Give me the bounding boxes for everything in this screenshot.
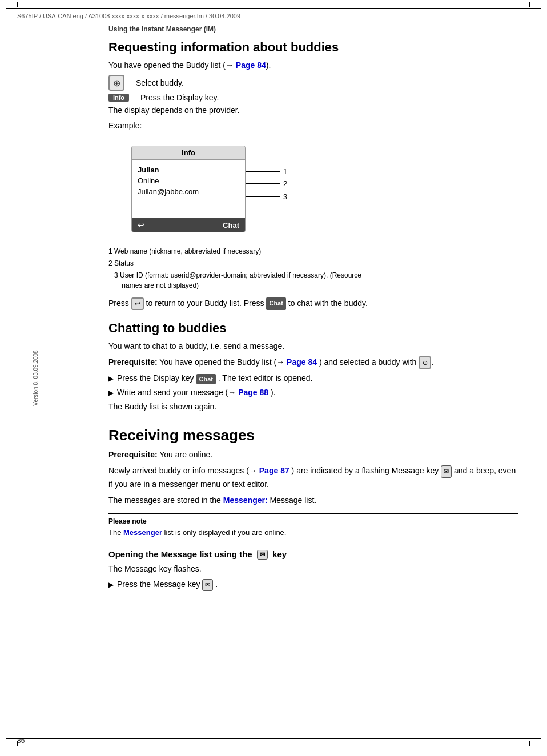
footnote-3: 3 User ID (format: userid@provider-domai… — [108, 270, 518, 291]
prereq-label: Prerequisite: — [108, 357, 158, 367]
label-2-row: 2 — [246, 179, 287, 188]
bullet1-text: Press the Display key Chat . The text ed… — [117, 372, 312, 384]
label-3: 3 — [283, 192, 287, 201]
prereq-label-3: Prerequisite: — [108, 450, 158, 459]
section2-heading: Chatting to buddies — [108, 321, 518, 336]
step2-text: Select buddy. — [136, 78, 184, 87]
footnotes: 1 Web name (nickname, abbreviated if nec… — [108, 246, 518, 291]
bottom-tick-left — [17, 741, 18, 746]
section1-intro: You have opened the Buddy list (→ Page 8… — [108, 59, 518, 71]
section3-para2: The messages are stored in the Messenger… — [108, 494, 518, 506]
section3-heading: Receiving messages — [108, 427, 518, 444]
info-key-badge: Info — [108, 94, 129, 102]
info-box-footer: ↩ Chat — [132, 218, 245, 232]
footnote-1: 1 Web name (nickname, abbreviated if nec… — [108, 246, 518, 256]
diagram-number-labels: 1 2 3 — [246, 139, 287, 206]
label-3-row: 3 — [246, 192, 287, 201]
section2-intro: You want to chat to a buddy, i.e. send a… — [108, 340, 518, 352]
version-text: Version 8, 03.09.2008 — [33, 350, 39, 405]
bullet2-text: Write and send your message (→ Page 88 )… — [117, 387, 276, 399]
bullet-arrow-3: ▶ — [108, 580, 114, 590]
page84-link2[interactable]: Page 84 — [287, 357, 317, 367]
info-box-row-2: Online — [138, 176, 239, 185]
messenger-label: Messenger: — [223, 496, 268, 505]
msg-key-icon-bullet: ✉ — [202, 579, 213, 591]
section-label: Using the Instant Messenger (IM) — [108, 25, 518, 33]
label-2: 2 — [283, 179, 287, 188]
info-diagram: Info Julian Online Julian@jabbe.com ↩ Ch… — [120, 139, 518, 239]
nav-icon-prereq: ⊕ — [419, 356, 431, 369]
please-note-title: Please note — [108, 517, 518, 525]
buddy-list-shown: The Buddy list is shown again. — [108, 401, 518, 413]
footnote-2: 2 Status — [108, 258, 518, 268]
page87-link[interactable]: Page 87 — [259, 466, 289, 475]
page84-link1[interactable]: Page 84 — [236, 61, 266, 70]
step3-text: Press the Display key. — [140, 93, 219, 102]
bullet-press-msg-text: Press the Message key ✉ . — [117, 578, 218, 591]
return-instruction: Press ↩ to return to your Buddy list. Pr… — [108, 296, 518, 311]
back-icon: ↩ — [138, 220, 144, 230]
bullet-write-send: ▶ Write and send your message (→ Page 88… — [108, 387, 518, 399]
page88-link[interactable]: Page 88 — [238, 388, 268, 397]
example-label: Example: — [108, 120, 518, 132]
section3-prereq: Prerequisite: You are online. — [108, 449, 518, 461]
info-box: Info Julian Online Julian@jabbe.com ↩ Ch… — [131, 146, 246, 232]
chat-badge-2: Chat — [196, 374, 216, 385]
chat-badge-inline: Chat — [266, 297, 285, 310]
step-press-display: Info Press the Display key. — [108, 93, 518, 102]
bullet-arrow-2: ▶ — [108, 388, 114, 398]
display-depends: The display depends on the provider. — [108, 104, 518, 116]
bullet-press-chat: ▶ Press the Display key Chat . The text … — [108, 372, 518, 384]
bottom-rule — [6, 738, 541, 739]
bullet-arrow-1: ▶ — [108, 373, 114, 384]
subsection-heading: Opening the Message list using the ✉ key — [108, 549, 518, 560]
info-box-body: Julian Online Julian@jabbe.com — [132, 160, 245, 218]
label-1: 1 — [283, 167, 287, 176]
bottom-tick-right — [529, 741, 530, 746]
nav-key-icon: ⊕ — [108, 75, 124, 91]
label-1-row: 1 — [246, 167, 287, 176]
info-box-row-3: Julian@jabbe.com — [138, 187, 239, 196]
please-note-text: The Messenger list is only displayed if … — [108, 527, 518, 538]
message-key-icon-inline: ✉ — [441, 465, 452, 478]
bullet-press-message: ▶ Press the Message key ✉ . — [108, 578, 518, 591]
please-note-box: Please note The Messenger list is only d… — [108, 513, 518, 542]
info-box-header: Info — [132, 146, 245, 160]
section3-para1: Newly arrived buddy or info messages (→ … — [108, 464, 518, 490]
header-text: S675IP / USA-CAN eng / A31008-xxxx-xxxx-… — [17, 13, 240, 19]
info-box-row-1: Julian — [138, 166, 239, 174]
msg-key-subsection: ✉ — [257, 550, 268, 560]
section2-prereq: Prerequisite: You have opened the Buddy … — [108, 356, 518, 369]
step-select-buddy: ⊕ Select buddy. — [108, 75, 518, 91]
chat-label-footer: Chat — [223, 221, 239, 230]
page-header: S675IP / USA-CAN eng / A31008-xxxx-xxxx-… — [0, 9, 547, 19]
message-key-flashes: The Message key flashes. — [108, 563, 518, 575]
back-button-icon: ↩ — [131, 297, 144, 310]
section1-heading: Requesting information about buddies — [108, 40, 518, 55]
messenger-label-2: Messenger — [123, 528, 162, 537]
